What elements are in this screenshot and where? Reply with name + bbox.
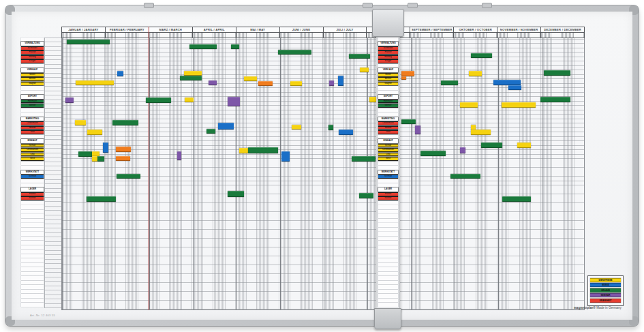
- group-header-strip: EINKAUF: [378, 139, 398, 143]
- empty-label-slot: [21, 272, 44, 276]
- empty-label-slot: [378, 241, 398, 245]
- planner-magnet-bar[interactable]: [290, 81, 302, 86]
- group-header-strip: EINKAUF: [21, 139, 44, 143]
- rail-slider-handle[interactable]: [372, 9, 404, 37]
- empty-label-slot: [21, 112, 44, 117]
- planner-magnet-bar[interactable]: [329, 80, 334, 86]
- planner-magnet-bar[interactable]: [231, 44, 239, 49]
- member-name-strip: Hartwig: [21, 55, 44, 59]
- planner-magnet-bar[interactable]: [87, 130, 102, 135]
- planner-magnet-bar[interactable]: [415, 125, 420, 134]
- empty-label-slot: [378, 210, 398, 214]
- planner-magnet-bar[interactable]: [209, 80, 217, 85]
- planner-magnet-bar[interactable]: [502, 196, 531, 202]
- planner-magnet-bar[interactable]: [359, 193, 373, 198]
- planner-magnet-bar[interactable]: [67, 40, 110, 44]
- member-name-strip: Schmidt: [21, 175, 44, 179]
- planner-magnet-bar[interactable]: [540, 97, 570, 102]
- empty-label-slot: [21, 166, 44, 170]
- current-date-line: [149, 27, 149, 310]
- planner-magnet-bar[interactable]: [339, 130, 353, 135]
- member-name-strip: Wagner: [21, 82, 44, 86]
- empty-label-slot: [21, 263, 44, 267]
- planner-magnet-bar[interactable]: [103, 142, 108, 153]
- empty-label-slot: [21, 223, 44, 227]
- day-ticks: [279, 33, 323, 37]
- month-header: SEPTEMBER / SEPTEMBER: [410, 27, 453, 32]
- planner-magnet-bar[interactable]: [349, 54, 370, 59]
- planner-magnet-bar[interactable]: [360, 67, 369, 72]
- planner-magnet-bar[interactable]: [502, 102, 536, 108]
- planner-magnet-bar[interactable]: [75, 120, 86, 125]
- planner-magnet-bar[interactable]: [244, 76, 257, 81]
- planner-magnet-bar[interactable]: [278, 50, 311, 55]
- planner-magnet-bar[interactable]: [441, 80, 458, 85]
- planner-magnet-bar[interactable]: [184, 71, 202, 76]
- empty-label-slot: [21, 299, 44, 303]
- planner-magnet-bar[interactable]: [146, 97, 171, 103]
- planner-magnet-bar[interactable]: [292, 125, 301, 130]
- member-name-strip: Seitz: [378, 157, 398, 161]
- member-name-strip: Müller: [378, 73, 398, 77]
- planner-magnet-bar[interactable]: [116, 156, 130, 161]
- day-ticks: [149, 33, 192, 37]
- empty-label-slot: [378, 267, 398, 271]
- planner-magnet-bar[interactable]: [65, 97, 74, 103]
- empty-label-slot: [21, 258, 44, 262]
- planner-magnet-bar[interactable]: [401, 119, 416, 124]
- planner-magnet-bar[interactable]: [97, 156, 104, 162]
- planner-magnet-bar[interactable]: [517, 142, 531, 148]
- planner-magnet-bar[interactable]: [469, 71, 482, 76]
- planner-magnet-bar[interactable]: [281, 151, 290, 162]
- planner-magnet-bar[interactable]: [228, 97, 240, 106]
- rail-bottom-grip[interactable]: [374, 308, 401, 329]
- planner-magnet-bar[interactable]: [338, 76, 343, 86]
- planner-magnet-bar[interactable]: [248, 147, 278, 153]
- member-name-strip: Brandt: [378, 126, 398, 130]
- day-ticks: [192, 33, 236, 37]
- planner-magnet-bar[interactable]: [117, 71, 123, 76]
- empty-label-slot: [378, 245, 398, 250]
- planner-magnet-bar[interactable]: [420, 151, 446, 156]
- planner-magnet-bar[interactable]: [544, 70, 570, 76]
- planner-magnet-bar[interactable]: [189, 44, 217, 49]
- planner-magnet-bar[interactable]: [228, 191, 244, 197]
- planner-magnet-bar[interactable]: [218, 123, 234, 130]
- wall-mount-clip: [144, 3, 154, 8]
- planner-magnet-bar[interactable]: [460, 147, 465, 153]
- planner-magnet-bar[interactable]: [460, 102, 478, 108]
- day-scale-row: [61, 33, 585, 38]
- group-header-strip: VERWALTUNG: [21, 42, 44, 46]
- planner-magnet-bar[interactable]: [239, 148, 248, 153]
- planner-magnet-bar[interactable]: [258, 81, 273, 86]
- planner-magnet-bar[interactable]: [180, 76, 202, 80]
- planner-magnet-bar[interactable]: [116, 147, 131, 152]
- planner-magnet-bar[interactable]: [78, 151, 92, 157]
- planner-magnet-bar[interactable]: [352, 156, 375, 162]
- planner-magnet-bar[interactable]: [76, 80, 114, 85]
- planner-magnet-bar[interactable]: [328, 125, 333, 130]
- planner-magnet-bar[interactable]: [481, 142, 502, 148]
- planner-magnet-bar[interactable]: [117, 174, 140, 179]
- planner-magnet-bar[interactable]: [112, 120, 138, 125]
- planner-magnet-bar[interactable]: [471, 130, 491, 135]
- planner-magnet-bar[interactable]: [177, 151, 181, 160]
- member-name-strip: Müller: [21, 73, 44, 77]
- planner-magnet-bar[interactable]: [471, 53, 492, 58]
- planner-magnet-bar[interactable]: [508, 85, 521, 90]
- planner-magnet-bar[interactable]: [401, 71, 414, 76]
- planner-magnet-bar[interactable]: [87, 196, 116, 202]
- planner-magnet-bar[interactable]: [401, 76, 406, 80]
- planner-magnet-bar[interactable]: [92, 156, 97, 162]
- group-header-strip: VERKAUF: [21, 68, 44, 72]
- planner-magnet-bar[interactable]: [493, 80, 521, 85]
- empty-label-slot: [378, 86, 398, 90]
- member-name-strip: Otto: [378, 153, 398, 157]
- member-name-strip: Hoffmann: [378, 100, 398, 104]
- planner-magnet-bar[interactable]: [185, 97, 194, 102]
- empty-label-slot: [378, 254, 398, 258]
- member-name-strip: Christiansen: [378, 148, 398, 152]
- empty-label-slot: [378, 294, 398, 298]
- planner-magnet-bar[interactable]: [206, 129, 215, 134]
- planner-magnet-bar[interactable]: [450, 174, 480, 179]
